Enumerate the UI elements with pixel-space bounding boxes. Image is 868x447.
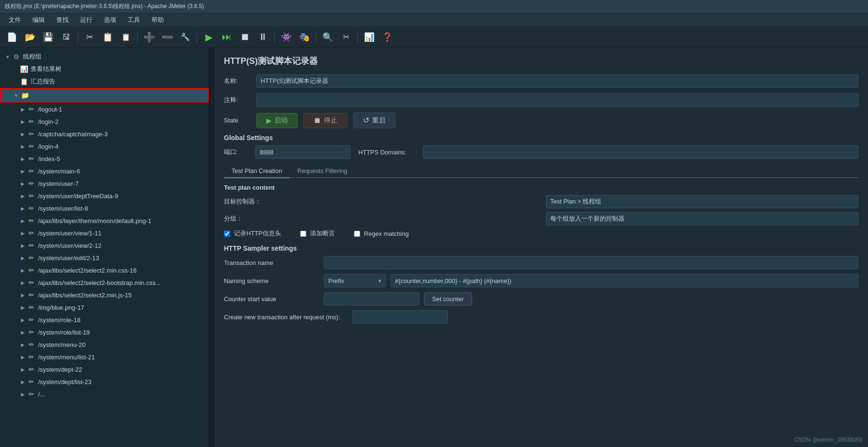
menu-edit[interactable]: 编辑: [28, 14, 50, 26]
target-controller-label: 目标控制器：: [224, 197, 536, 206]
tree-item-folder[interactable]: ▼ 📁: [1, 89, 208, 102]
folder-toggle[interactable]: ▼: [12, 91, 20, 99]
tree-item-menulist[interactable]: ▶ ✏ /system/menu/list-21: [0, 351, 209, 363]
tree-item-view1[interactable]: ▶ ✏ /system/user/view/1-11: [0, 227, 209, 239]
depttree-toggle[interactable]: ▶: [19, 192, 27, 200]
sampler-button[interactable]: 📊: [361, 29, 377, 45]
tree-item-bluepng[interactable]: ▶ ✏ /img/blue.png-17: [0, 301, 209, 314]
port-input[interactable]: [255, 145, 351, 159]
tree-item-results[interactable]: 📊 查看结果树: [0, 63, 209, 75]
paste-button[interactable]: 📋: [118, 29, 134, 45]
https-input[interactable]: [423, 145, 858, 159]
transaction-name-input[interactable]: [324, 256, 858, 269]
stop-button[interactable]: ⏹: [237, 29, 253, 45]
tree-item-summary[interactable]: 📋 汇总报告: [0, 75, 209, 88]
select2js-toggle[interactable]: ▶: [19, 291, 27, 299]
tree-item-depttree[interactable]: ▶ ✏ /system/user/deptTreeData-9: [0, 190, 209, 202]
run-button[interactable]: ▶: [201, 29, 217, 45]
menu-find[interactable]: 查找: [51, 14, 73, 26]
set-counter-button[interactable]: Set counter: [424, 293, 472, 305]
shutdown-button[interactable]: ⏸: [255, 29, 271, 45]
restart-button[interactable]: ↺ 重启: [353, 112, 395, 128]
tree-item-index[interactable]: ▶ ✏ /index-5: [0, 152, 209, 165]
tree-item-user[interactable]: ▶ ✏ /system/user-7: [0, 177, 209, 190]
tree-item-select2bootstrap[interactable]: ▶ ✏ /ajax/libs/select2/select2-bootstrap…: [0, 276, 209, 289]
open-button[interactable]: 📂: [22, 29, 38, 45]
captcha-toggle[interactable]: ▶: [19, 130, 27, 138]
select2bootstrap-toggle[interactable]: ▶: [19, 279, 27, 286]
menu-help[interactable]: 帮助: [147, 14, 169, 26]
bluepng-toggle[interactable]: ▶: [19, 304, 27, 311]
ajax-layer-toggle[interactable]: ▶: [19, 217, 27, 224]
tree-item-logout[interactable]: ▶ ✏ /logout-1: [0, 103, 209, 115]
main-toggle[interactable]: ▶: [19, 167, 27, 175]
panel-divider[interactable]: ⋮: [210, 48, 214, 447]
login2-toggle[interactable]: ▶: [19, 118, 27, 125]
clear-button[interactable]: 🔧: [177, 29, 193, 45]
monster-button[interactable]: 👾: [278, 29, 294, 45]
remove-button[interactable]: ➖: [159, 29, 175, 45]
tree-item-login4[interactable]: ▶ ✏ /login-4: [0, 140, 209, 152]
stop-button[interactable]: ⏹ 停止: [303, 113, 347, 128]
record-http-checkbox[interactable]: [224, 231, 230, 237]
menu-file[interactable]: 文件: [4, 14, 26, 26]
name-input[interactable]: [256, 74, 858, 88]
comment-input[interactable]: [256, 93, 858, 107]
start-button[interactable]: ▶ 启动: [256, 113, 298, 128]
tree-root[interactable]: ▼ ⚙ 线程组: [0, 51, 209, 63]
tree-item-select2js[interactable]: ▶ ✏ /ajax/libs/select2/select2.min.js-15: [0, 289, 209, 301]
tab-test-plan-creation[interactable]: Test Plan Creation: [224, 164, 290, 178]
more-toggle[interactable]: ▶: [19, 390, 27, 398]
view2-toggle[interactable]: ▶: [19, 242, 27, 249]
menulist-toggle[interactable]: ▶: [19, 353, 27, 361]
add-button[interactable]: ➕: [141, 29, 157, 45]
tree-item-view2[interactable]: ▶ ✏ /system/user/view/2-12: [0, 239, 209, 252]
tab-requests-filtering[interactable]: Requests Filtering: [290, 164, 355, 178]
tree-item-login2[interactable]: ▶ ✏ /login-2: [0, 115, 209, 128]
tree-item-userlist[interactable]: ▶ ✏ /system/user/list-8: [0, 202, 209, 214]
tree-item-select2css[interactable]: ▶ ✏ /ajax/libs/select2/select2.min.css-1…: [0, 264, 209, 276]
tree-item-main[interactable]: ▶ ✏ /system/main-6: [0, 165, 209, 177]
counter-start-input[interactable]: [324, 292, 419, 305]
menu-run[interactable]: 运行: [75, 14, 97, 26]
deptlist-toggle[interactable]: ▶: [19, 378, 27, 386]
menu-tools[interactable]: 工具: [123, 14, 145, 26]
tree-item-role[interactable]: ▶ ✏ /system/role-18: [0, 314, 209, 326]
logout-toggle[interactable]: ▶: [19, 105, 27, 113]
tree-item-menu[interactable]: ▶ ✏ /system/menu-20: [0, 338, 209, 351]
cut-button[interactable]: ✂: [81, 29, 98, 45]
add-assertion-checkbox[interactable]: [300, 231, 306, 237]
tree-item-ajax-layer[interactable]: ▶ ✏ /ajax/libs/layer/theme/moon/default.…: [0, 214, 209, 227]
scissors-button[interactable]: ✂: [338, 29, 354, 45]
naming-scheme-select[interactable]: Prefix Suffix Custom: [324, 274, 386, 287]
tree-item-edit[interactable]: ▶ ✏ /system/user/edit/2-13: [0, 252, 209, 264]
regex-matching-checkbox[interactable]: [354, 231, 360, 237]
index-toggle[interactable]: ▶: [19, 155, 27, 163]
rolelist-toggle[interactable]: ▶: [19, 328, 27, 336]
tree-item-more[interactable]: ▶ ✏ /...: [0, 388, 209, 400]
help-button[interactable]: ❓: [379, 29, 395, 45]
zoom-button[interactable]: 🔍: [320, 29, 336, 45]
menu-toggle[interactable]: ▶: [19, 341, 27, 348]
tree-item-captcha[interactable]: ▶ ✏ /captcha/captchaImage-3: [0, 128, 209, 140]
root-toggle[interactable]: ▼: [4, 53, 11, 61]
puppet-button[interactable]: 🎭: [296, 29, 313, 45]
tree-item-rolelist[interactable]: ▶ ✏ /system/role/list-19: [0, 326, 209, 338]
create-transaction-input[interactable]: [353, 310, 448, 324]
view1-toggle[interactable]: ▶: [19, 229, 27, 237]
select2css-toggle[interactable]: ▶: [19, 266, 27, 274]
save-button[interactable]: 🖫: [58, 29, 74, 45]
new-button[interactable]: 📄: [4, 29, 20, 45]
menu-options[interactable]: 选项: [99, 14, 121, 26]
userlist-toggle[interactable]: ▶: [19, 204, 27, 212]
save-as-button[interactable]: 💾: [40, 29, 56, 45]
copy-button[interactable]: 📋: [100, 29, 116, 45]
run-nopause-button[interactable]: ⏭: [219, 29, 235, 45]
user-toggle[interactable]: ▶: [19, 180, 27, 187]
edit-toggle[interactable]: ▶: [19, 254, 27, 262]
tree-item-deptlist[interactable]: ▶ ✏ /system/dept/list-23: [0, 376, 209, 388]
tree-item-dept[interactable]: ▶ ✏ /system/dept-22: [0, 363, 209, 376]
dept-toggle[interactable]: ▶: [19, 366, 27, 373]
role-toggle[interactable]: ▶: [19, 316, 27, 324]
login4-toggle[interactable]: ▶: [19, 142, 27, 150]
